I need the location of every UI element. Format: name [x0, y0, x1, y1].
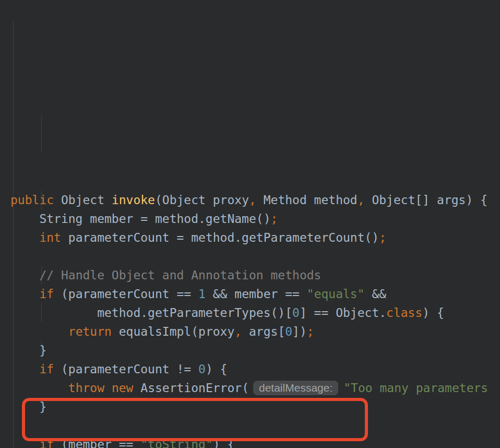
code-token: invoke — [112, 193, 155, 207]
code-token: ]) — [292, 325, 307, 338]
code-token: equalsImpl(proxy — [112, 325, 234, 338]
code-token — [10, 268, 39, 282]
code-token: , — [249, 193, 256, 207]
code-token: Object — [54, 193, 112, 207]
code-token: (Object proxy — [155, 193, 249, 207]
code-token: && — [365, 287, 387, 301]
code-token — [10, 438, 39, 448]
code-token: 0 — [292, 306, 300, 320]
code-line-1[interactable]: public Object invoke(Object proxy, Metho… — [0, 191, 500, 209]
code-line-4[interactable] — [0, 247, 500, 266]
code-token: method.getParameterTypes()[ — [10, 306, 292, 320]
code-line-5[interactable]: // Handle Object and Annotation methods — [0, 266, 500, 285]
code-line-12[interactable]: } — [0, 397, 500, 416]
code-token: ) { — [213, 438, 235, 448]
code-token: Method method — [256, 193, 358, 207]
code-token: if — [39, 287, 54, 301]
code-token — [10, 362, 39, 376]
code-token: ) { — [422, 306, 444, 320]
code-line-2[interactable]: String member = method.getName(); — [0, 209, 500, 228]
code-line-13[interactable] — [0, 416, 500, 435]
code-token: class — [386, 306, 422, 320]
code-token: 1 — [198, 287, 206, 301]
code-token: ; — [379, 231, 386, 244]
code-token — [10, 381, 68, 395]
code-token: args[ — [242, 325, 285, 338]
code-token: // Handle Object and Annotation methods — [39, 268, 321, 282]
code-token: throw — [68, 381, 104, 395]
code-token: (parameterCount != — [54, 362, 198, 376]
code-token — [10, 231, 39, 244]
code-line-9[interactable]: } — [0, 341, 500, 360]
code-line-14[interactable]: if (member == "toString") { — [0, 435, 500, 448]
code-token: , — [234, 325, 242, 338]
code-token: int — [39, 231, 61, 244]
code-line-10[interactable]: if (parameterCount != 0) { — [0, 360, 500, 379]
code-token: 0 — [198, 362, 206, 376]
parameter-hint-inlay[interactable]: detailMessage: — [253, 381, 338, 395]
code-line-11[interactable]: throw new AssertionError(detailMessage:"… — [0, 379, 500, 397]
code-token: ) { — [206, 362, 228, 376]
code-token: AssertionError( — [133, 381, 249, 395]
code-area[interactable]: public Object invoke(Object proxy, Metho… — [0, 191, 500, 448]
code-token: String member = method.getName() — [10, 212, 271, 226]
code-token: "toString" — [140, 438, 212, 448]
code-token: } — [10, 400, 46, 414]
code-token: if — [39, 438, 54, 448]
code-token — [104, 381, 112, 395]
code-token — [10, 287, 39, 301]
code-token: public — [10, 193, 54, 207]
code-token: ; — [271, 212, 278, 226]
indent-guide — [41, 115, 42, 153]
code-token — [10, 325, 68, 338]
code-token: } — [10, 344, 46, 357]
code-token: Object[] args) { — [365, 193, 487, 207]
code-line-7[interactable]: method.getParameterTypes()[0] == Object.… — [0, 303, 500, 322]
code-editor[interactable]: public Object invoke(Object proxy, Metho… — [0, 0, 500, 448]
code-token: "Too many parameters — [343, 381, 488, 395]
code-token: && member == — [206, 287, 307, 301]
code-token: new — [112, 381, 134, 395]
code-token: return — [68, 325, 112, 338]
code-token: (parameterCount == — [54, 287, 198, 301]
code-token: 0 — [285, 325, 292, 338]
code-token: "equals" — [307, 287, 365, 301]
code-token: , — [358, 193, 365, 207]
code-token: ] == Object. — [300, 306, 386, 320]
code-line-3[interactable]: int parameterCount = method.getParameter… — [0, 228, 500, 247]
code-token: parameterCount = method.getParameterCoun… — [61, 231, 379, 244]
code-line-6[interactable]: if (parameterCount == 1 && member == "eq… — [0, 285, 500, 303]
code-line-8[interactable]: return equalsImpl(proxy, args[0]); — [0, 322, 500, 341]
code-token: (member == — [54, 438, 140, 448]
code-token: ; — [307, 325, 314, 338]
code-token: if — [39, 362, 54, 376]
